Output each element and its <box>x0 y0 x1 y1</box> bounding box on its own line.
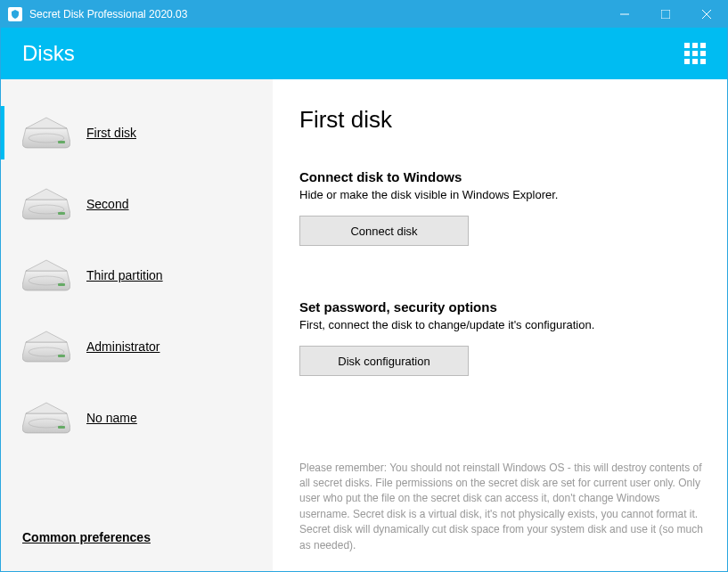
disk-item-label: Second <box>86 197 128 211</box>
disk-item-label: No name <box>86 411 137 425</box>
disk-item-label: Third partition <box>86 268 163 282</box>
apps-grid-icon[interactable] <box>684 43 706 64</box>
password-desc: First, connect the disk to change/update… <box>299 318 706 331</box>
app-header: Disks <box>1 28 727 79</box>
page-title: Disks <box>22 41 75 66</box>
minimize-button[interactable] <box>604 1 645 28</box>
sidebar-disk-item[interactable]: First disk <box>1 106 273 159</box>
sidebar-disk-item[interactable]: Second <box>1 177 273 231</box>
disk-heading: First disk <box>299 106 706 134</box>
close-button[interactable] <box>686 1 727 28</box>
connect-title: Connect disk to Windows <box>299 169 706 184</box>
titlebar: Secret Disk Professional 2020.03 <box>1 1 727 28</box>
password-section: Set password, security options First, co… <box>299 299 706 376</box>
disk-item-label: Administrator <box>86 339 160 354</box>
content: First disk Second Third partition Admini… <box>1 79 727 571</box>
app-icon <box>8 7 22 21</box>
footer-note: Please remember: You should not reinstal… <box>299 461 706 553</box>
connect-disk-button[interactable]: Connect disk <box>299 216 469 246</box>
svg-rect-1 <box>661 10 670 19</box>
disk-drive-icon <box>22 187 70 221</box>
password-title: Set password, security options <box>299 299 706 315</box>
disk-item-label: First disk <box>86 126 136 140</box>
sidebar-disk-item[interactable]: Third partition <box>1 249 273 302</box>
main-panel: First disk Connect disk to Windows Hide … <box>273 79 727 571</box>
svg-rect-9 <box>58 283 65 286</box>
disk-configuration-button[interactable]: Disk configuration <box>299 346 469 376</box>
disk-drive-icon <box>22 116 70 150</box>
connect-desc: Hide or make the disk visible in Windows… <box>299 188 706 201</box>
svg-rect-5 <box>58 141 65 143</box>
disk-drive-icon <box>22 330 70 364</box>
disk-drive-icon <box>22 401 70 435</box>
common-preferences-link[interactable]: Common preferences <box>22 530 151 544</box>
disk-drive-icon <box>22 258 70 292</box>
connect-section: Connect disk to Windows Hide or make the… <box>299 169 706 246</box>
sidebar-disk-item[interactable]: No name <box>1 391 273 445</box>
sidebar-disk-item[interactable]: Administrator <box>1 320 273 373</box>
sidebar: First disk Second Third partition Admini… <box>1 79 273 571</box>
svg-rect-13 <box>58 426 65 429</box>
svg-rect-7 <box>58 212 65 215</box>
svg-rect-11 <box>58 355 65 357</box>
maximize-button[interactable] <box>645 1 686 28</box>
window-title: Secret Disk Professional 2020.03 <box>29 8 604 20</box>
